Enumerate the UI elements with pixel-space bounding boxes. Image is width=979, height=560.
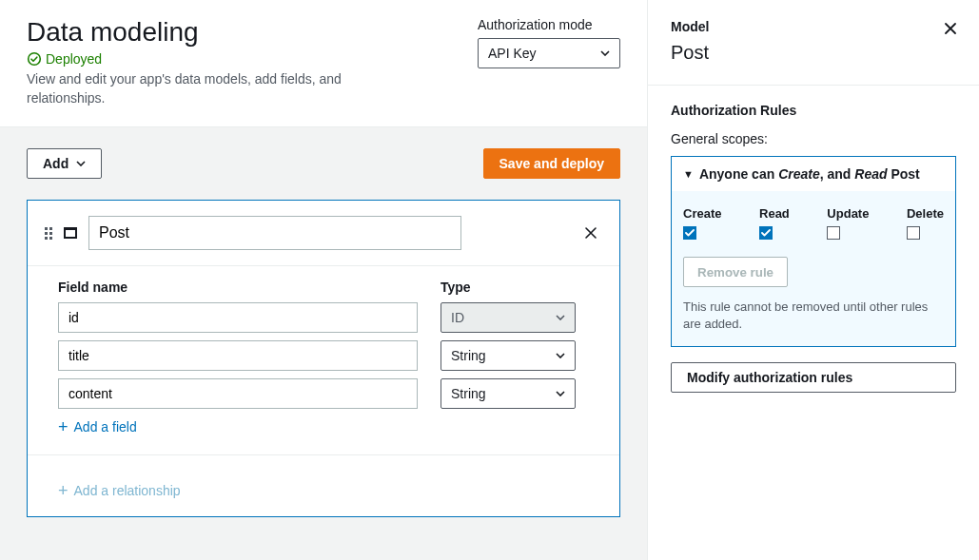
page-header: Data modeling Deployed View and edit you… xyxy=(0,0,647,127)
chevron-down-icon xyxy=(556,353,565,358)
modify-auth-rules-button[interactable]: Modify authorization rules xyxy=(671,362,956,393)
remove-rule-button: Remove rule xyxy=(683,257,788,287)
drag-handle-icon[interactable] xyxy=(45,227,52,240)
page-subtitle: View and edit your app's data models, ad… xyxy=(27,70,388,107)
add-field-button[interactable]: + Add a field xyxy=(58,418,589,435)
model-name-input[interactable] xyxy=(88,216,461,250)
close-icon xyxy=(583,225,598,241)
triangle-down-icon: ▼ xyxy=(683,168,694,180)
model-icon xyxy=(64,227,77,239)
close-icon xyxy=(943,21,958,36)
chevron-down-icon xyxy=(556,391,565,396)
plus-icon: + xyxy=(58,418,69,435)
field-type-select: ID xyxy=(441,302,576,333)
chevron-down-icon xyxy=(76,161,86,166)
rule-text: Anyone can xyxy=(699,166,778,182)
field-type-value: String xyxy=(451,386,486,401)
general-scopes-label: General scopes: xyxy=(671,131,956,146)
perm-create-checkbox[interactable] xyxy=(683,226,696,240)
field-type-select[interactable]: String xyxy=(441,378,576,409)
rule-header[interactable]: ▼ Anyone can Create, and Read Post xyxy=(672,157,955,191)
close-panel-button[interactable] xyxy=(943,21,958,39)
toolbar: Add Save and deploy xyxy=(0,127,647,200)
field-type-header: Type xyxy=(441,280,471,295)
chevron-down-icon xyxy=(556,315,565,320)
save-deploy-button[interactable]: Save and deploy xyxy=(483,148,620,179)
rule-read-emphasis: Read xyxy=(854,166,887,182)
panel-model-name: Post xyxy=(671,42,956,64)
auth-mode-select[interactable]: API Key xyxy=(478,38,620,68)
field-row: String xyxy=(58,378,589,409)
add-field-label: Add a field xyxy=(74,419,137,434)
field-type-value: ID xyxy=(451,310,464,325)
rule-text: , and xyxy=(820,166,855,182)
perm-delete-checkbox[interactable] xyxy=(907,226,920,240)
field-type-value: String xyxy=(451,348,486,363)
field-row: ID xyxy=(58,302,589,333)
perm-create-label: Create xyxy=(683,206,721,221)
add-button-label: Add xyxy=(43,156,69,171)
plus-icon: + xyxy=(58,482,69,499)
perm-read-checkbox[interactable] xyxy=(759,226,773,240)
perm-update-label: Update xyxy=(827,206,869,221)
deploy-status-text: Deployed xyxy=(46,51,102,67)
field-type-select[interactable]: String xyxy=(441,340,576,371)
model-card: Field name Type ID String xyxy=(27,200,620,517)
field-name-input[interactable] xyxy=(58,340,418,371)
page-title: Data modeling xyxy=(27,17,388,48)
check-circle-icon xyxy=(27,51,42,67)
auth-mode-value: API Key xyxy=(488,46,537,61)
field-name-input[interactable] xyxy=(58,302,418,333)
deploy-status: Deployed xyxy=(27,51,388,67)
save-deploy-label: Save and deploy xyxy=(499,156,604,171)
close-model-button[interactable] xyxy=(579,222,602,244)
perm-delete-label: Delete xyxy=(907,206,944,221)
add-relationship-button[interactable]: + Add a relationship xyxy=(58,482,589,499)
perm-read-label: Read xyxy=(759,206,790,221)
auth-mode-label: Authorization mode xyxy=(478,17,620,32)
field-row: String xyxy=(58,340,589,371)
perm-update-checkbox[interactable] xyxy=(827,226,840,240)
rule-text: Post xyxy=(888,166,920,182)
field-name-header: Field name xyxy=(58,280,418,295)
panel-label: Model xyxy=(671,19,956,34)
side-panel: Model Post Authorization Rules General s… xyxy=(647,0,979,560)
add-button[interactable]: Add xyxy=(27,148,102,179)
chevron-down-icon xyxy=(600,50,610,56)
rule-note: This rule cannot be removed until other … xyxy=(683,299,944,333)
rule-create-emphasis: Create xyxy=(778,166,820,182)
field-name-input[interactable] xyxy=(58,378,418,409)
auth-rules-title: Authorization Rules xyxy=(671,103,956,118)
auth-rule: ▼ Anyone can Create, and Read Post Creat… xyxy=(671,156,956,347)
add-relationship-label: Add a relationship xyxy=(74,483,181,498)
